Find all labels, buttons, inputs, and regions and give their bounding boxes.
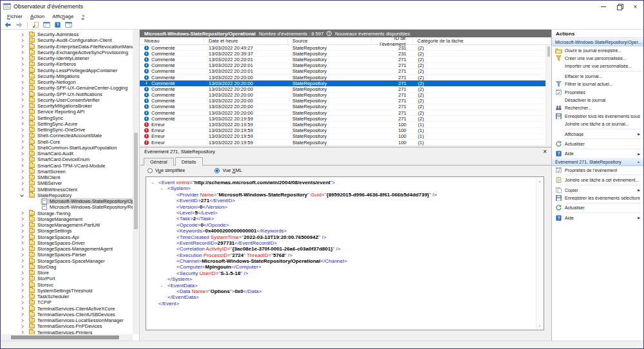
- scroll-up-icon[interactable]: ▲: [538, 179, 542, 183]
- tree-item[interactable]: TerminalServices-LocalSessionManager: [1, 317, 133, 323]
- tree-item[interactable]: StorageSpaces-SpaceManager: [1, 258, 133, 264]
- tree-item[interactable]: SMBServer: [1, 180, 133, 186]
- action-item-joindre-une-t-che-cet-v-nement[interactable]: Joindre une tâche à cet événement...: [552, 176, 643, 184]
- tree-item[interactable]: TaskScheduler: [1, 294, 133, 299]
- tree-item[interactable]: Security-Audit-Configuration-Client: [1, 37, 133, 43]
- column-header-niveau[interactable]: Niveau: [140, 37, 204, 44]
- tree-vertical-scrollbar[interactable]: [133, 30, 139, 334]
- action-section-header[interactable]: Événement 271, StateRepository▲: [552, 158, 643, 166]
- tree-item[interactable]: StorDiag: [1, 264, 133, 270]
- tree-item[interactable]: StorageManagement-PartUtil: [1, 222, 133, 228]
- action-item-effacer-le-journal[interactable]: Effacer le journal...: [552, 72, 643, 80]
- tree-item[interactable]: Security-Kerberos: [1, 61, 133, 67]
- export-icon[interactable]: [31, 21, 41, 29]
- tree-item[interactable]: Shell-ConnectedAccountState: [1, 133, 133, 138]
- tree-item[interactable]: TerminalServices-ClientActiveXCore: [1, 306, 133, 312]
- action-item-cr-er-une-vue-personnalis-e[interactable]: Créer une vue personnalisée...: [552, 54, 643, 62]
- menu-item-affichage[interactable]: Affichage: [48, 12, 77, 21]
- action-item-propri-t-s-de-l-v-nement[interactable]: Propriétés de l’événement: [552, 166, 643, 174]
- tree-item[interactable]: SettingSync: [1, 115, 133, 121]
- tree-item[interactable]: Security-Netlogon: [1, 79, 133, 85]
- column-header-date-et-heure[interactable]: Date et heure: [204, 37, 288, 44]
- tree-item[interactable]: SMBWitnessClient: [1, 187, 133, 193]
- back-icon[interactable]: [3, 21, 13, 29]
- tree-item[interactable]: SMBClient: [1, 174, 133, 180]
- tree-item[interactable]: TerminalServices-PnPDevices: [1, 323, 133, 329]
- tree-item[interactable]: TCPIP: [1, 299, 133, 305]
- tree-item[interactable]: SecurityMitigationsBroker: [1, 103, 133, 109]
- tree-item[interactable]: StorageSpaces-Parser: [1, 252, 133, 258]
- tree-item[interactable]: StorageSpaces-Driver: [1, 240, 133, 246]
- xml-collapse-icon[interactable]: -: [161, 185, 167, 191]
- menu-item-help[interactable]: ?: [78, 12, 88, 21]
- tree-item[interactable]: Security-SPP-UX-Notifications: [1, 91, 133, 97]
- close-button[interactable]: ×: [627, 1, 643, 12]
- tree-item[interactable]: SystemSettingsThreshold: [1, 288, 133, 294]
- action-item-copier[interactable]: Copier▶: [552, 186, 643, 194]
- tree-item[interactable]: StorageSpaces-Api: [1, 234, 133, 240]
- action-item-enregistrer-les-v-nements-s-lectionn[interactable]: Enregistrer les événements sélectionn...: [552, 194, 643, 202]
- xml-collapse-icon[interactable]: -: [161, 283, 167, 288]
- radio-vue-simplifi-e[interactable]: Vue simplifiée: [147, 167, 185, 173]
- close-detail-button[interactable]: ×: [543, 149, 547, 155]
- scrollbar-thumb[interactable]: [11, 335, 119, 339]
- column-header-source[interactable]: Source: [288, 37, 372, 44]
- menu-item-action[interactable]: Action: [26, 12, 48, 21]
- tree-item[interactable]: SmartCard-DeviceEnum: [1, 156, 133, 162]
- tree-item[interactable]: Microsoft-Windows-StateRepository/Operat…: [1, 198, 133, 204]
- action-item-joindre-une-t-che-ce-journal[interactable]: Joindre une tâche à ce journal...: [552, 120, 643, 128]
- forward-icon[interactable]: [14, 21, 24, 29]
- action-item-d-sactiver-le-journal[interactable]: Désactiver le journal: [552, 96, 643, 104]
- tree-item[interactable]: Storage-Tiering: [1, 211, 133, 216]
- tree-item[interactable]: Store: [1, 270, 133, 276]
- action-item-affichage[interactable]: Affichage▶: [552, 130, 643, 138]
- tree-item[interactable]: Security-Adminless: [1, 32, 133, 37]
- tree-item[interactable]: StorageSettings: [1, 228, 133, 234]
- action-item-ouvrir-le-journal-enregistr[interactable]: Ouvrir le journal enregistré...: [552, 46, 643, 54]
- action-item-actualiser[interactable]: Actualiser: [552, 140, 643, 147]
- tab-d-tails[interactable]: Détails: [175, 157, 203, 166]
- action-item-importer-une-vue-personnalis-e[interactable]: Importer une vue personnalisée...: [552, 62, 643, 70]
- scroll-down-icon[interactable]: ▼: [538, 324, 542, 328]
- tree-item[interactable]: Shell-Core: [1, 139, 133, 145]
- collapse-section-icon[interactable]: ▲: [641, 40, 643, 44]
- tree-item[interactable]: Security-Mitigations: [1, 73, 133, 79]
- column-header-cat-gorie-de-la-t-che[interactable]: Catégorie de la tâche: [413, 37, 551, 44]
- tree-item[interactable]: TerminalServices-ClientUSBDevices: [1, 312, 133, 317]
- event-list-scrollbar[interactable]: [545, 45, 551, 146]
- tree-item[interactable]: StorPort: [1, 276, 133, 281]
- tree-item[interactable]: StorageSpaces-ManagementAgent: [1, 246, 133, 252]
- event-row[interactable]: !Erreur13/03/2022 20:19:59StateRepositor…: [140, 140, 545, 146]
- action-pane-icon[interactable]: [64, 21, 73, 29]
- scrollbar-thumb[interactable]: [547, 46, 550, 57]
- action-item-filtrer-le-journal-actuel[interactable]: Filtrer le journal actuel...: [552, 80, 643, 88]
- tree-item[interactable]: SettingSync-OneDrive: [1, 127, 133, 133]
- radio-vue-xml[interactable]: Vue XML: [214, 167, 242, 173]
- action-item-actualiser[interactable]: Actualiser: [552, 204, 643, 212]
- title-bar[interactable]: Observateur d’événements ×: [1, 1, 643, 12]
- tree-item[interactable]: Security-LessPrivilegedAppContainer: [1, 68, 133, 73]
- console-tree-icon[interactable]: [42, 21, 52, 29]
- column-header-id-de-l-v-nement[interactable]: ID de l’événement: [372, 37, 413, 44]
- tree-item[interactable]: StorageManagement: [1, 216, 133, 222]
- tree-item[interactable]: Security-ExchangeActiveSyncProvisioning: [1, 50, 133, 55]
- action-item-rechercher[interactable]: Rechercher...: [552, 104, 643, 112]
- action-item-propri-t-s[interactable]: Propriétés: [552, 88, 643, 96]
- tree-horizontal-scrollbar[interactable]: [1, 334, 133, 341]
- scrollbar-thumb[interactable]: [134, 133, 138, 229]
- tree-item[interactable]: Security-EnterpriseData-FileRevocationMa…: [1, 44, 133, 50]
- tree-item[interactable]: SmartScreen: [1, 169, 133, 174]
- tree-item[interactable]: Service Reporting API: [1, 109, 133, 115]
- minimize-button[interactable]: [595, 1, 611, 12]
- collapse-section-icon[interactable]: ▲: [635, 160, 640, 164]
- action-item-enregistrer-tous-les-v-nements-sous[interactable]: Enregistrer tous les événements sous...: [552, 112, 643, 120]
- tree-item[interactable]: Security-UserConsentVerifier: [1, 97, 133, 103]
- tree-item[interactable]: Security-IdentityListener: [1, 55, 133, 61]
- menu-item-fichier[interactable]: Fichier: [3, 12, 26, 21]
- help-icon[interactable]: ?: [53, 21, 62, 29]
- tree-item[interactable]: Security-SPP-UX-GenuineCenter-Logging: [1, 85, 133, 91]
- xml-scrollbar[interactable]: ▲▼: [536, 178, 543, 329]
- tab-g-n-ral[interactable]: Général: [144, 158, 174, 165]
- tree-item[interactable]: Microsoft-Windows-StateRepository/Restri…: [1, 204, 133, 210]
- xml-collapse-icon[interactable]: -: [152, 180, 158, 185]
